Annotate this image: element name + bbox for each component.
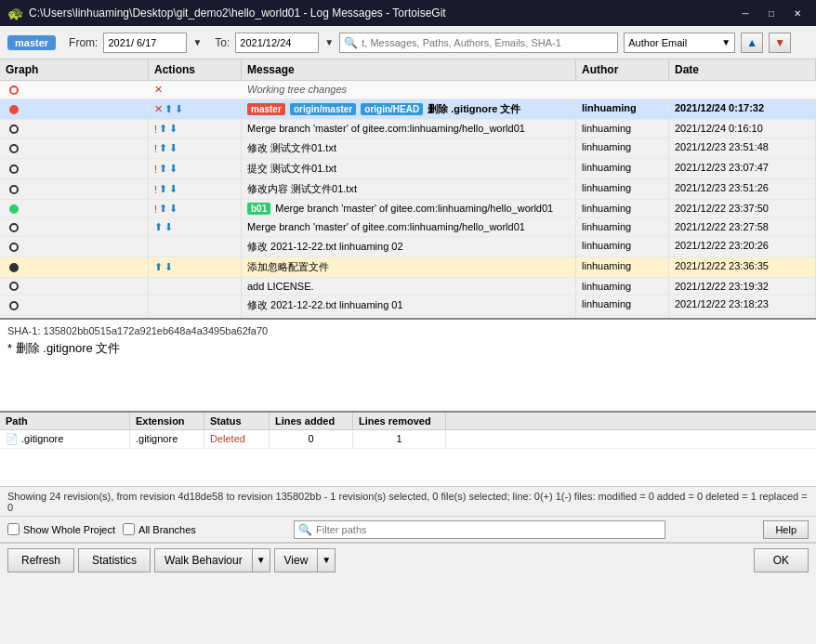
window-controls: ─ □ ✕ — [734, 5, 809, 21]
row-0-message-text: 删除 .gitignore 文件 — [428, 103, 520, 114]
table-row[interactable]: 修改 2021-12-22.txt linhuaming 01 linhuami… — [0, 296, 816, 316]
row-10-author: linhuaming — [576, 296, 669, 315]
action-up-6[interactable]: ⬆ — [154, 221, 163, 233]
row-9-date: 2021/12/22 23:19:32 — [669, 278, 816, 295]
files-area: Path Extension Status Lines added Lines … — [0, 413, 816, 487]
maximize-button[interactable]: □ — [760, 5, 783, 21]
action-x-5[interactable]: ! — [154, 204, 157, 215]
action-down[interactable]: ⬇ — [175, 103, 183, 115]
all-branches-label: All Branches — [138, 524, 196, 535]
row-6-date: 2021/12/22 23:27:58 — [669, 218, 816, 236]
row-4-author: linhuaming — [576, 179, 669, 199]
action-dn-4[interactable]: ⬇ — [169, 183, 178, 195]
row-9-graph — [0, 278, 149, 295]
filter-input[interactable] — [316, 524, 661, 535]
table-row[interactable]: ! ⬆ ⬇ b01 Merge branch 'master' of gitee… — [0, 200, 816, 218]
log-table: Graph Actions Message Author Date ✕ Work… — [0, 59, 816, 320]
row-6-graph — [0, 218, 149, 236]
table-row[interactable]: ! ⬆ ⬇ 提交 测试文件01.txt linhuaming 2021/12/2… — [0, 159, 816, 179]
action-dn-8[interactable]: ⬇ — [165, 261, 173, 273]
show-whole-project-label: Show Whole Project — [23, 524, 115, 535]
row-10-actions — [149, 296, 242, 315]
minimize-button[interactable]: ─ — [734, 5, 757, 21]
walk-behaviour-button[interactable]: Walk Behaviour — [154, 548, 252, 572]
action-plus[interactable]: ⬆ — [165, 103, 173, 115]
action-icon-1[interactable]: ✕ — [154, 84, 163, 96]
row-5-author: linhuaming — [576, 200, 669, 217]
all-branches-input[interactable] — [123, 523, 135, 535]
action-dn-2[interactable]: ⬇ — [169, 142, 178, 154]
row-2-author: linhuaming — [576, 138, 669, 158]
refresh-button[interactable]: Refresh — [7, 548, 74, 572]
action-x-1[interactable]: ! — [154, 124, 157, 135]
action-up-8[interactable]: ⬆ — [154, 261, 163, 273]
row-2-date: 2021/12/23 23:51:48 — [669, 138, 816, 158]
file-lines-added: 0 — [270, 430, 353, 448]
action-dn-5[interactable]: ⬇ — [169, 203, 178, 215]
prev-button[interactable]: ▲ — [741, 33, 763, 53]
action-x[interactable]: ✕ — [154, 103, 163, 115]
row-8-message: 添加忽略配置文件 — [242, 257, 576, 277]
action-up-2[interactable]: ⬆ — [159, 142, 167, 154]
statistics-button[interactable]: Statistics — [78, 548, 151, 572]
search-icon: 🔍 — [344, 36, 358, 49]
row-3-actions: ! ⬆ ⬇ — [149, 159, 242, 178]
filter-box[interactable]: 🔍 — [294, 520, 665, 539]
row-4-message: 修改内容 测试文件01.txt — [242, 179, 576, 199]
table-row[interactable]: ⬆ ⬇ 添加忽略配置文件 linhuaming 2021/12/22 23:36… — [0, 257, 816, 278]
next-button[interactable]: ▼ — [769, 33, 791, 53]
action-dn-3[interactable]: ⬇ — [169, 163, 178, 175]
search-input[interactable] — [362, 37, 613, 48]
table-row[interactable]: add LICENSE. linhuaming 2021/12/22 23:19… — [0, 278, 816, 296]
show-whole-project-checkbox[interactable]: Show Whole Project — [7, 523, 115, 535]
row-0-actions: ✕ ⬆ ⬇ — [149, 99, 242, 119]
app-icon: 🐢 — [7, 6, 23, 20]
view-button[interactable]: View — [274, 548, 318, 572]
to-dropdown-icon[interactable]: ▼ — [324, 37, 334, 47]
graph-dot-7 — [9, 243, 19, 252]
table-row[interactable]: ! ⬆ ⬇ Merge branch 'master' of gitee.com… — [0, 120, 816, 138]
author-dropdown[interactable]: Author Email ▼ — [624, 33, 735, 53]
tag-master: master — [247, 103, 285, 115]
list-item[interactable]: 📄 .gitignore .gitignore Deleted 0 1 — [0, 430, 816, 449]
graph-dot-4 — [9, 185, 19, 194]
row-0-date: 2021/12/24 0:17:32 — [669, 99, 816, 119]
from-label: From: — [69, 36, 98, 49]
header-author: Author — [576, 59, 669, 80]
action-dn-1[interactable]: ⬇ — [169, 123, 178, 135]
table-row[interactable]: 修改 2021-12-22.txt linhuaming 02 linhuami… — [0, 237, 816, 257]
help-button[interactable]: Help — [763, 520, 809, 539]
row-3-message: 提交 测试文件01.txt — [242, 159, 576, 178]
to-date-input[interactable] — [235, 33, 319, 53]
row-8-author: linhuaming — [576, 257, 669, 277]
files-header: Path Extension Status Lines added Lines … — [0, 413, 816, 430]
search-box[interactable]: 🔍 — [339, 33, 618, 53]
action-x-2[interactable]: ! — [154, 143, 157, 154]
action-dn-6[interactable]: ⬇ — [165, 221, 173, 233]
files-header-path: Path — [0, 413, 130, 429]
all-branches-checkbox[interactable]: All Branches — [123, 523, 196, 535]
action-up-5[interactable]: ⬆ — [159, 203, 167, 215]
row-6-actions: ⬆ ⬇ — [149, 218, 242, 236]
ok-button[interactable]: OK — [754, 548, 809, 572]
action-up-1[interactable]: ⬆ — [159, 123, 167, 135]
action-up-3[interactable]: ⬆ — [159, 163, 167, 175]
table-row[interactable]: ! ⬆ ⬇ 修改内容 测试文件01.txt linhuaming 2021/12… — [0, 179, 816, 200]
action-up-4[interactable]: ⬆ — [159, 183, 167, 195]
action-x-4[interactable]: ! — [154, 184, 157, 195]
table-row[interactable]: ! ⬆ ⬇ 修改 测试文件01.txt linhuaming 2021/12/2… — [0, 138, 816, 159]
table-row[interactable]: ✕ ⬆ ⬇ master origin/master origin/HEAD 删… — [0, 99, 816, 120]
view-arrow[interactable]: ▼ — [317, 548, 336, 572]
author-dropdown-arrow[interactable]: ▼ — [721, 37, 730, 47]
working-tree-row[interactable]: ✕ Working tree changes — [0, 81, 816, 99]
row-1-author: linhuaming — [576, 120, 669, 138]
row-0-message: master origin/master origin/HEAD 删除 .git… — [242, 99, 576, 119]
from-date-input[interactable] — [103, 33, 187, 53]
show-whole-project-input[interactable] — [7, 523, 20, 535]
walk-behaviour-arrow[interactable]: ▼ — [252, 548, 270, 572]
table-row[interactable]: ⬆ ⬇ Merge branch 'master' of gitee.com:l… — [0, 218, 816, 237]
action-x-3[interactable]: ! — [154, 164, 157, 175]
close-button[interactable]: ✕ — [786, 5, 809, 21]
files-header-lines-added: Lines added — [270, 413, 353, 429]
from-dropdown-icon[interactable]: ▼ — [192, 37, 202, 47]
